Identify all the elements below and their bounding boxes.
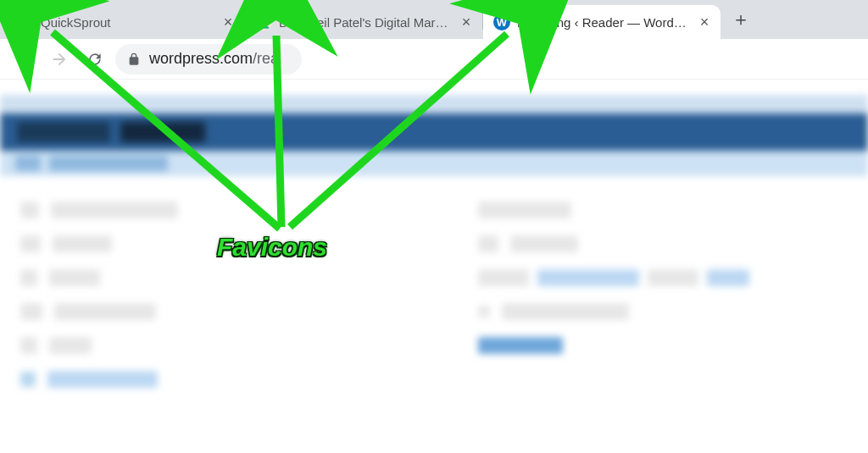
arrow-right-icon	[50, 50, 69, 69]
new-tab-button[interactable]: ＋	[727, 6, 754, 33]
address-bar[interactable]: wordpress.com/rea	[115, 44, 302, 75]
reload-button[interactable]	[80, 44, 110, 75]
close-icon[interactable]: ×	[220, 14, 236, 30]
reload-icon	[86, 51, 103, 68]
arrow-left-icon	[14, 50, 33, 69]
close-icon[interactable]: ×	[697, 14, 712, 30]
quicksprout-icon: Q	[17, 14, 34, 30]
tab-quicksprout[interactable]: Q QuickSprout ×	[7, 5, 244, 39]
back-button[interactable]	[8, 44, 39, 75]
browser-toolbar: wordpress.com/rea	[0, 39, 868, 80]
tab-strip: Q QuickSprout × 👨‍🦲 Blog Neil Patel's Di…	[0, 0, 868, 39]
close-icon[interactable]: ×	[459, 14, 474, 30]
tab-neilpatel[interactable]: 👨‍🦲 Blog Neil Patel's Digital Market… ×	[245, 5, 482, 39]
tab-title: QuickSprout	[41, 15, 214, 30]
tab-title: Blog Neil Patel's Digital Market…	[279, 15, 452, 30]
forward-button[interactable]	[44, 44, 75, 75]
tab-title: Following ‹ Reader — WordPre…	[517, 15, 690, 30]
lock-icon	[127, 52, 141, 66]
wordpress-icon: W	[493, 14, 510, 30]
url-text: wordpress.com/rea	[149, 50, 279, 68]
tab-wordpress[interactable]: W Following ‹ Reader — WordPre… ×	[483, 5, 721, 39]
neilpatel-icon: 👨‍🦲	[255, 14, 272, 30]
page-content-blurred	[0, 95, 868, 453]
